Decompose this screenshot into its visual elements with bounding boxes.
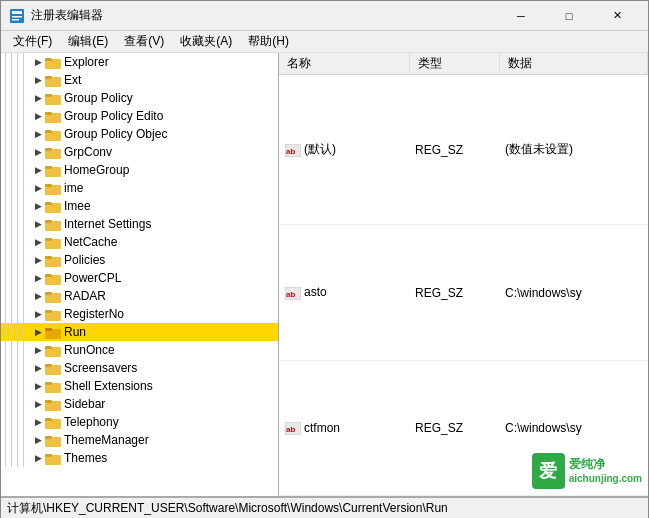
- tree-item-explorer[interactable]: Explorer: [1, 53, 278, 71]
- tree-lines: [5, 305, 31, 323]
- reg-name-text: ctfmon: [304, 421, 340, 435]
- tree-arrow-ext[interactable]: [31, 73, 45, 87]
- tree-arrow-screensavers[interactable]: [31, 361, 45, 375]
- tree-item-radar[interactable]: RADAR: [1, 287, 278, 305]
- tree-label-sidebar: Sidebar: [64, 397, 105, 411]
- tree-item-homegroup[interactable]: HomeGroup: [1, 161, 278, 179]
- menu-item-f[interactable]: 文件(F): [5, 31, 60, 52]
- folder-icon-group-policy-editor: [45, 110, 61, 123]
- tree-item-netcache[interactable]: NetCache: [1, 233, 278, 251]
- tree-item-ime[interactable]: ime: [1, 179, 278, 197]
- tree-arrow-sidebar[interactable]: [31, 397, 45, 411]
- reg-name-text: (默认): [304, 142, 336, 156]
- tree-item-group-policy[interactable]: Group Policy: [1, 89, 278, 107]
- menu-item-e[interactable]: 编辑(E): [60, 31, 116, 52]
- tree-arrow-run[interactable]: [31, 325, 45, 339]
- tree-item-group-policy-editor[interactable]: Group Policy Edito: [1, 107, 278, 125]
- close-button[interactable]: ✕: [594, 1, 640, 31]
- tree-line-3: [23, 395, 29, 413]
- svg-rect-45: [45, 418, 52, 421]
- tree-arrow-themes[interactable]: [31, 451, 45, 465]
- tree-arrow-internet-settings[interactable]: [31, 217, 45, 231]
- tree-item-imee[interactable]: Imee: [1, 197, 278, 215]
- tree-arrow-shell-extensions[interactable]: [31, 379, 45, 393]
- tree-arrow-group-policy-objec[interactable]: [31, 127, 45, 141]
- maximize-button[interactable]: □: [546, 1, 592, 31]
- tree-arrow-netcache[interactable]: [31, 235, 45, 249]
- menu-item-a[interactable]: 收藏夹(A): [172, 31, 240, 52]
- tree-lines: [5, 161, 31, 179]
- window-controls: ─ □ ✕: [498, 1, 640, 31]
- tree-arrow-theme-manager[interactable]: [31, 433, 45, 447]
- menu-item-h[interactable]: 帮助(H): [240, 31, 297, 52]
- table-row[interactable]: ab (默认)REG_SZ(数值未设置): [279, 75, 648, 225]
- tree-label-radar: RADAR: [64, 289, 106, 303]
- svg-rect-25: [45, 238, 52, 241]
- folder-icon-netcache: [45, 236, 61, 249]
- svg-text:ab: ab: [286, 290, 295, 299]
- svg-rect-43: [45, 400, 52, 403]
- tree-item-theme-manager[interactable]: ThemeManager: [1, 431, 278, 449]
- tree-item-powercpl[interactable]: PowerCPL: [1, 269, 278, 287]
- tree-label-imee: Imee: [64, 199, 91, 213]
- table-row[interactable]: ab astoREG_SZC:\windows\sy: [279, 225, 648, 360]
- tree-lines: [5, 395, 31, 413]
- reg-type: REG_SZ: [409, 360, 499, 495]
- tree-lines: [5, 179, 31, 197]
- tree-arrow-imee[interactable]: [31, 199, 45, 213]
- svg-rect-37: [45, 346, 52, 349]
- svg-rect-19: [45, 184, 52, 187]
- tree-item-registerno[interactable]: RegisterNo: [1, 305, 278, 323]
- tree-panel[interactable]: Explorer Ext Group Policy Group Policy E…: [1, 53, 279, 496]
- right-panel: 名称 类型 数据 ab (默认)REG_SZ(数值未设置) ab astoREG…: [279, 53, 648, 496]
- folder-icon-themes: [45, 452, 61, 465]
- tree-arrow-explorer[interactable]: [31, 55, 45, 69]
- tree-arrow-grpconv[interactable]: [31, 145, 45, 159]
- tree-item-policies[interactable]: Policies: [1, 251, 278, 269]
- tree-arrow-ime[interactable]: [31, 181, 45, 195]
- tree-label-powercpl: PowerCPL: [64, 271, 121, 285]
- tree-line-3: [23, 179, 29, 197]
- registry-table: 名称 类型 数据 ab (默认)REG_SZ(数值未设置) ab astoREG…: [279, 53, 648, 496]
- tree-label-shell-extensions: Shell Extensions: [64, 379, 153, 393]
- menu-item-v[interactable]: 查看(V): [116, 31, 172, 52]
- tree-item-telephony[interactable]: Telephony: [1, 413, 278, 431]
- tree-item-ext[interactable]: Ext: [1, 71, 278, 89]
- svg-text:ab: ab: [286, 425, 295, 434]
- tree-item-run[interactable]: Run: [1, 323, 278, 341]
- tree-item-shell-extensions[interactable]: Shell Extensions: [1, 377, 278, 395]
- table-row[interactable]: ab ctfmonREG_SZC:\windows\sy: [279, 360, 648, 495]
- tree-lines: [5, 71, 31, 89]
- minimize-button[interactable]: ─: [498, 1, 544, 31]
- svg-rect-1: [12, 11, 22, 14]
- svg-rect-15: [45, 148, 52, 151]
- tree-lines: [5, 449, 31, 467]
- tree-line-3: [23, 89, 29, 107]
- tree-arrow-telephony[interactable]: [31, 415, 45, 429]
- tree-item-screensavers[interactable]: Screensavers: [1, 359, 278, 377]
- tree-arrow-group-policy[interactable]: [31, 91, 45, 105]
- tree-item-group-policy-objec[interactable]: Group Policy Objec: [1, 125, 278, 143]
- tree-item-internet-settings[interactable]: Internet Settings: [1, 215, 278, 233]
- folder-icon-shell-extensions: [45, 380, 61, 393]
- tree-item-runonce[interactable]: RunOnce: [1, 341, 278, 359]
- tree-lines: [5, 431, 31, 449]
- tree-arrow-runonce[interactable]: [31, 343, 45, 357]
- tree-arrow-registerno[interactable]: [31, 307, 45, 321]
- reg-entry-name: ab ctfmon: [279, 360, 409, 495]
- tree-item-sidebar[interactable]: Sidebar: [1, 395, 278, 413]
- folder-icon-sidebar: [45, 398, 61, 411]
- svg-rect-2: [12, 16, 22, 18]
- tree-arrow-group-policy-editor[interactable]: [31, 109, 45, 123]
- tree-arrow-policies[interactable]: [31, 253, 45, 267]
- svg-rect-49: [45, 454, 52, 457]
- folder-icon-internet-settings: [45, 218, 61, 231]
- app-icon: [9, 8, 25, 24]
- tree-lines: [5, 377, 31, 395]
- tree-arrow-radar[interactable]: [31, 289, 45, 303]
- svg-rect-39: [45, 364, 52, 367]
- tree-item-grpconv[interactable]: GrpConv: [1, 143, 278, 161]
- tree-arrow-powercpl[interactable]: [31, 271, 45, 285]
- tree-item-themes[interactable]: Themes: [1, 449, 278, 467]
- tree-arrow-homegroup[interactable]: [31, 163, 45, 177]
